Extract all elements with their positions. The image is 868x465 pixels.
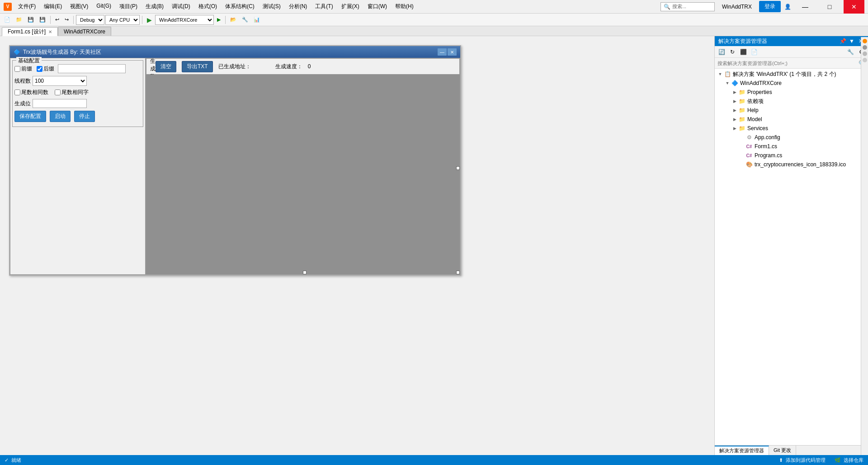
tree-item-form1cs[interactable]: ▶ C# Form1.cs (715, 142, 868, 151)
start-button[interactable]: 启动 (50, 111, 71, 122)
save-config-button[interactable]: 保存配置 (14, 111, 46, 122)
tail-same-char-checkbox[interactable] (55, 89, 61, 95)
menu-edit[interactable]: 编辑(E) (40, 2, 66, 11)
close-button[interactable]: ✕ (844, 0, 864, 14)
menu-format[interactable]: 格式(O) (195, 2, 221, 11)
toolbar-extra-2[interactable]: 🔧 (240, 15, 250, 25)
run-button[interactable]: ▶ (145, 16, 154, 24)
menu-arch[interactable]: 体系结构(C) (222, 2, 258, 11)
export-txt-button[interactable]: 导出TXT (182, 61, 213, 72)
collapse-all-button[interactable]: ⬛ (738, 47, 748, 56)
menu-help[interactable]: 帮助(H) (392, 2, 417, 11)
undo-button[interactable]: ↩ (53, 15, 61, 25)
suffix-input[interactable] (58, 64, 126, 73)
tail-same-char-label[interactable]: 尾数相同字 (55, 89, 89, 96)
tab-winaddtrxcore-label: WinAddTRXCore (64, 28, 105, 35)
tail-same-digit-label[interactable]: 尾数相同数 (14, 89, 48, 96)
filter-button[interactable]: 🔧 (845, 47, 855, 56)
solution-root[interactable]: ▼ 📋 解决方案 'WinAddTRX' (1 个项目，共 2 个) (715, 70, 868, 79)
menu-git[interactable]: Git(G) (93, 2, 115, 11)
prefix-checkbox[interactable] (14, 66, 20, 72)
toolbar-extra-1[interactable]: 📂 (228, 15, 239, 25)
menu-build[interactable]: 生成(B) (142, 2, 167, 11)
resize-handle-br[interactable] (456, 271, 460, 274)
menu-test[interactable]: 测试(S) (259, 2, 284, 11)
resize-handle-mr[interactable] (456, 166, 460, 170)
menu-extensions[interactable]: 扩展(X) (338, 2, 363, 11)
tree-item-properties[interactable]: ▶ 📁 Properties (715, 88, 868, 97)
suffix-checkbox-label[interactable]: 后缀 (37, 65, 54, 73)
solution-explorer-title: 解决方案资源管理器 (718, 38, 767, 45)
login-button[interactable]: 登录 (759, 1, 781, 12)
save-all-button[interactable]: 💾 (37, 15, 48, 25)
tail-same-digit-checkbox[interactable] (14, 89, 20, 95)
run-debug-button[interactable]: ▶ (215, 15, 223, 25)
sync-button[interactable]: 🔄 (717, 47, 726, 56)
open-folder-button[interactable]: 📁 (14, 15, 24, 25)
generate-pos-input[interactable] (33, 99, 87, 108)
status-ready[interactable]: ✓ 就绪 (0, 455, 26, 465)
project-node[interactable]: ▼ 🔷 WinAddTRXCore (715, 79, 868, 88)
stop-button[interactable]: 停止 (74, 111, 95, 122)
menu-view[interactable]: 视图(V) (66, 2, 92, 11)
tab-winaddtrxcore[interactable]: WinAddTRXCore (58, 27, 111, 36)
menu-window[interactable]: 窗口(W) (364, 2, 391, 11)
notif-gray-1[interactable] (863, 45, 867, 50)
suffix-checkbox[interactable] (37, 66, 42, 72)
search-input[interactable] (717, 61, 859, 66)
notif-gray-3[interactable] (863, 58, 867, 62)
menu-analyze[interactable]: 分析(N) (285, 2, 311, 11)
select-repo-icon: 🌿 (835, 457, 841, 463)
tree-item-dependencies[interactable]: ▶ 📁 依赖项 (715, 97, 868, 106)
form-body: 基础配置 前缀 后缀 (10, 58, 460, 275)
form1cs-icon: C# (745, 143, 753, 150)
tab-form1-design-close[interactable]: ✕ (48, 29, 52, 34)
menu-debug[interactable]: 调试(D) (168, 2, 194, 11)
tree-item-help[interactable]: ▶ 📁 Help (715, 106, 868, 115)
maximize-button[interactable]: □ (819, 0, 840, 14)
minimize-button[interactable]: — (795, 0, 816, 14)
tab-form1-design[interactable]: Form1.cs [设计] ✕ (2, 27, 58, 36)
prefix-label: 前缀 (21, 65, 32, 73)
refresh-button[interactable]: ↻ (727, 47, 737, 56)
ico-icon: 🎨 (745, 161, 753, 168)
select-repo-section[interactable]: 🌿 选择仓库 (830, 455, 868, 465)
tree-item-appconfig[interactable]: ▶ ⚙ App.config (715, 133, 868, 142)
clear-button[interactable]: 清空 (156, 61, 176, 72)
resize-handle-bm[interactable] (303, 271, 307, 274)
panel-arrow-button[interactable]: ▼ (848, 38, 855, 45)
title-bar-right: 🔍 搜索... WinAddTRX 登录 👤 — □ ✕ (660, 0, 864, 14)
form-close-button[interactable]: ✕ (448, 48, 457, 56)
help-icon: 📁 (738, 107, 745, 114)
tree-item-model[interactable]: ▶ 📁 Model (715, 115, 868, 124)
appconfig-label: App.config (755, 134, 780, 141)
menu-file[interactable]: 文件(F) (14, 2, 39, 11)
thread-count-label: 线程数 (14, 77, 31, 85)
menu-project[interactable]: 项目(P) (116, 2, 141, 11)
debug-mode-select[interactable]: Debug (76, 15, 104, 25)
run-target-select[interactable]: WinAddTRXCore (155, 15, 214, 25)
suffix-label: 后缀 (43, 65, 54, 73)
toolbar-extra-3[interactable]: 📊 (251, 15, 262, 25)
form-title-bar: 🔷 Trx波场靓号生成器 By: 天美社区 — ✕ (10, 46, 460, 58)
notif-gray-2[interactable] (863, 52, 867, 56)
tree-item-ico[interactable]: ▶ 🎨 trx_cryptocurrencies_icon_188339.ico (715, 160, 868, 169)
tree-item-services[interactable]: ▶ 📁 Services (715, 124, 868, 133)
help-toggle: ▶ (731, 108, 738, 113)
tree-item-programcs[interactable]: ▶ C# Program.cs (715, 151, 868, 160)
cpu-target-select[interactable]: Any CPU (105, 15, 140, 25)
tab-git-changes[interactable]: Git 更改 (769, 446, 796, 456)
menu-tools[interactable]: 工具(T) (311, 2, 336, 11)
thread-count-select[interactable]: 100 (33, 76, 87, 86)
tab-solution-explorer[interactable]: 解决方案资源管理器 (715, 446, 769, 456)
panel-pin-button[interactable]: 📌 (839, 38, 846, 45)
designer-area: 🔷 Trx波场靓号生成器 By: 天美社区 — ✕ 基础配置 (0, 36, 714, 455)
notif-orange[interactable] (863, 39, 867, 43)
show-files-button[interactable]: 📄 (749, 47, 759, 56)
form-min-button[interactable]: — (438, 48, 447, 56)
redo-button[interactable]: ↪ (62, 15, 71, 25)
save-button[interactable]: 💾 (25, 15, 36, 25)
source-control-section[interactable]: ⬆ 添加到源代码管理 (774, 455, 830, 465)
prefix-checkbox-label[interactable]: 前缀 (14, 65, 32, 73)
new-file-button[interactable]: 📄 (2, 15, 13, 25)
